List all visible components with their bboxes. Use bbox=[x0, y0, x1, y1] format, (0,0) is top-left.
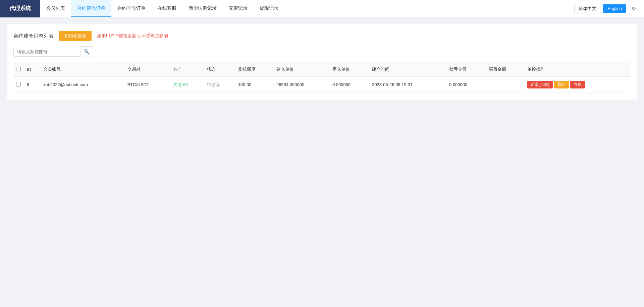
col-amount: 委托额度 bbox=[235, 62, 274, 77]
loss-button[interactable]: 亏损 bbox=[570, 81, 585, 88]
col-pair: 交易对 bbox=[125, 62, 170, 77]
notice-text: 如果用户ID被指定盈亏,不受单控影响 bbox=[97, 33, 168, 39]
row-checkbox[interactable] bbox=[16, 82, 21, 86]
row-id: 5 bbox=[24, 77, 41, 93]
header: 代理系统 会员列表 合约建仓订单 合约平仓订单 在线客服 新币认购记录 充值记录… bbox=[0, 0, 644, 17]
table-row: 5 xnb2022@outlook.com BTC/USDT 买涨 60 待结算… bbox=[13, 77, 631, 93]
row-balance bbox=[486, 77, 524, 93]
col-id: ID bbox=[24, 62, 41, 77]
nav-item-contract-open[interactable]: 合约建仓订单 bbox=[71, 0, 111, 17]
nav-item-member-list[interactable]: 会员列表 bbox=[40, 0, 71, 17]
col-account: 会员账号 bbox=[41, 62, 125, 77]
normal-status-button[interactable]: 正常(当前) bbox=[527, 81, 553, 88]
refresh-button[interactable]: ↻ bbox=[629, 4, 639, 13]
row-actions: 正常(当前) 盈利 亏损 bbox=[525, 77, 631, 93]
main-card: 合约建仓订单列表 初始化搜索 如果用户ID被指定盈亏,不受单控影响 🔍 ID bbox=[7, 24, 637, 100]
init-search-button[interactable]: 初始化搜索 bbox=[59, 31, 92, 41]
lang-cn-button[interactable]: 简体中文 bbox=[574, 4, 600, 13]
row-open-time: 2023-05-26 09:19:31 bbox=[369, 77, 446, 93]
header-right: 简体中文 English ↻ bbox=[569, 4, 644, 13]
col-checkbox bbox=[13, 62, 24, 77]
select-all-checkbox[interactable] bbox=[16, 67, 21, 71]
logo: 代理系统 bbox=[0, 0, 40, 17]
col-open-time: 建仓时间 bbox=[369, 62, 446, 77]
lang-en-button[interactable]: English bbox=[603, 4, 626, 13]
content: 合约建仓订单列表 初始化搜索 如果用户ID被指定盈亏,不受单控影响 🔍 ID bbox=[0, 17, 644, 106]
col-open-price: 建仓单价 bbox=[274, 62, 330, 77]
row-status: 待结算 bbox=[204, 77, 235, 93]
col-single-control: 单控操作 bbox=[525, 62, 631, 77]
nav-item-new-coin[interactable]: 新币认购记录 bbox=[182, 0, 223, 17]
row-pnl: 0.000000 bbox=[446, 77, 486, 93]
search-input-wrapper: 🔍 bbox=[13, 46, 93, 57]
col-balance: 买后余额 bbox=[486, 62, 524, 77]
search-input[interactable] bbox=[13, 47, 80, 57]
row-pair: BTC/USDT bbox=[125, 77, 170, 93]
col-status: 状态 bbox=[204, 62, 235, 77]
col-close-price: 平仓单价 bbox=[330, 62, 369, 77]
nav-item-withdraw[interactable]: 提现记录 bbox=[254, 0, 284, 17]
table-header-row: ID 会员账号 交易对 方向 状态 委托额度 建仓单价 平仓单价 建仓时间 盈亏… bbox=[13, 62, 631, 77]
nav-item-contract-flat[interactable]: 合约平仓订单 bbox=[111, 0, 152, 17]
card-header: 合约建仓订单列表 初始化搜索 如果用户ID被指定盈亏,不受单控影响 bbox=[13, 31, 631, 41]
search-icon: 🔍 bbox=[84, 49, 90, 54]
profit-button[interactable]: 盈利 bbox=[554, 81, 569, 88]
row-amount: 100.00 bbox=[235, 77, 274, 93]
row-account: xnb2022@outlook.com bbox=[41, 77, 125, 93]
row-close-price: 0.000000 bbox=[330, 77, 369, 93]
nav-item-online-service[interactable]: 在线客服 bbox=[152, 0, 182, 17]
row-direction: 买涨 60 bbox=[170, 77, 204, 93]
col-pnl: 盈亏金额 bbox=[446, 62, 486, 77]
search-icon-button[interactable]: 🔍 bbox=[80, 46, 93, 57]
main-nav: 会员列表 合约建仓订单 合约平仓订单 在线客服 新币认购记录 充值记录 提现记录 bbox=[40, 0, 569, 17]
row-checkbox-cell bbox=[13, 77, 24, 93]
search-bar: 🔍 bbox=[13, 46, 631, 57]
orders-table: ID 会员账号 交易对 方向 状态 委托额度 建仓单价 平仓单价 建仓时间 盈亏… bbox=[13, 62, 631, 93]
row-open-price: 26534.000000 bbox=[274, 77, 330, 93]
action-buttons: 正常(当前) 盈利 亏损 bbox=[527, 81, 628, 88]
col-direction: 方向 bbox=[170, 62, 204, 77]
card-title: 合约建仓订单列表 bbox=[13, 33, 54, 39]
nav-item-recharge[interactable]: 充值记录 bbox=[223, 0, 254, 17]
